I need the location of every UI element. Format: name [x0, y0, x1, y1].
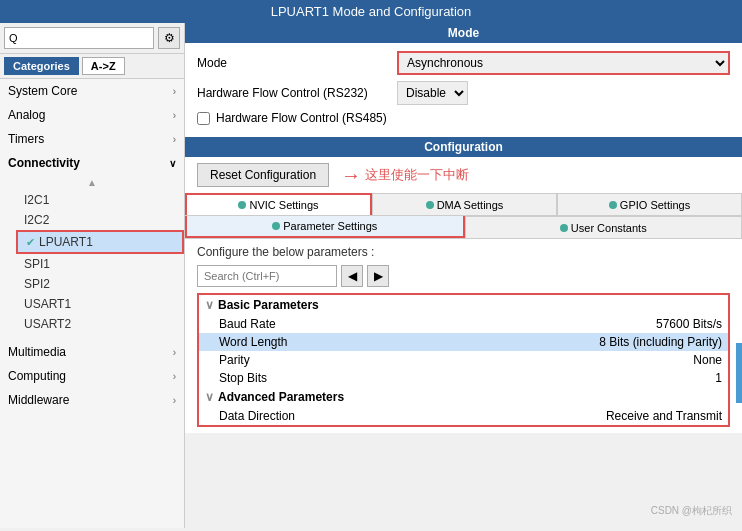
- hw-flow-rs485-checkbox[interactable]: [197, 112, 210, 125]
- dot-icon: [426, 201, 434, 209]
- usart2-label: USART2: [24, 317, 71, 331]
- tab-parameter-settings[interactable]: Parameter Settings: [185, 216, 465, 238]
- advanced-params-group-header: ∨Advanced Parameters: [198, 387, 729, 407]
- sidebar-item-middleware[interactable]: Middleware ›: [0, 388, 184, 412]
- tab-categories[interactable]: Categories: [4, 57, 79, 75]
- param-name-data-direction: Data Direction: [198, 407, 414, 426]
- sidebar-item-usart2[interactable]: USART2: [16, 314, 184, 334]
- basic-params-label: ∨Basic Parameters: [198, 294, 729, 315]
- tab-nvic-settings[interactable]: NVIC Settings: [185, 193, 372, 215]
- sidebar-item-lpuart1[interactable]: ✔ LPUART1: [16, 230, 184, 254]
- prev-param-button[interactable]: ◀: [341, 265, 363, 287]
- basic-params-group-header: ∨Basic Parameters: [198, 294, 729, 315]
- chevron-right-icon: ›: [173, 110, 176, 121]
- sidebar-item-computing[interactable]: Computing ›: [0, 364, 184, 388]
- sidebar-item-connectivity-label: Connectivity: [8, 156, 80, 170]
- search-bar: ⚙: [0, 23, 184, 54]
- tab-gpio-settings[interactable]: GPIO Settings: [557, 193, 742, 215]
- main-content: Mode Mode Asynchronous Hardware Flow Con…: [185, 23, 742, 433]
- sidebar-item-timers[interactable]: Timers ›: [0, 127, 184, 151]
- table-row: Word Length 8 Bits (including Parity): [198, 333, 729, 351]
- sidebar-item-analog[interactable]: Analog ›: [0, 103, 184, 127]
- reset-row: Reset Configuration → 这里使能一下中断: [185, 157, 742, 193]
- sidebar: ⚙ Categories A->Z System Core › Analog ›…: [0, 23, 185, 528]
- mode-select[interactable]: Asynchronous: [397, 51, 730, 75]
- sidebar-item-connectivity[interactable]: Connectivity ∨: [0, 151, 184, 175]
- annotation-arrow-icon: →: [341, 164, 361, 187]
- params-header-text: Configure the below parameters :: [197, 245, 730, 259]
- sidebar-item-timers-label: Timers: [8, 132, 44, 146]
- sidebar-item-multimedia-label: Multimedia: [8, 345, 66, 359]
- check-icon: ✔: [26, 236, 35, 249]
- i2c1-label: I2C1: [24, 193, 49, 207]
- tab-nvic-label: NVIC Settings: [249, 199, 318, 211]
- scroll-indicator: ▲: [0, 175, 184, 190]
- tab-user-constants[interactable]: User Constants: [465, 216, 743, 238]
- gear-button[interactable]: ⚙: [158, 27, 180, 49]
- i2c2-label: I2C2: [24, 213, 49, 227]
- annotation: → 这里使能一下中断: [341, 164, 469, 187]
- chevron-right-icon: ›: [173, 371, 176, 382]
- search-input[interactable]: [4, 27, 154, 49]
- hw-flow-rs232-select[interactable]: Disable: [397, 81, 468, 105]
- param-value-stop-bits: 1: [414, 369, 729, 387]
- spi2-label: SPI2: [24, 277, 50, 291]
- config-section-header: Configuration: [185, 137, 742, 157]
- params-search-input[interactable]: [197, 265, 337, 287]
- tab-dma-settings[interactable]: DMA Settings: [372, 193, 557, 215]
- table-row: Data Direction Receive and Transmit: [198, 407, 729, 426]
- chevron-right-icon: ›: [173, 134, 176, 145]
- mode-select-wrapper: Asynchronous: [397, 51, 730, 75]
- tab-atoz[interactable]: A->Z: [82, 57, 125, 75]
- table-row: Parity None: [198, 351, 729, 369]
- dot-icon: [560, 224, 568, 232]
- sidebar-content: System Core › Analog › Timers › Connecti…: [0, 79, 184, 528]
- config-section-title: Configuration: [424, 140, 503, 154]
- connectivity-submenu: I2C1 I2C2 ✔ LPUART1 SPI1 SPI2 USART1: [0, 190, 184, 334]
- mode-section-title: Mode: [448, 26, 479, 40]
- sidebar-item-middleware-label: Middleware: [8, 393, 69, 407]
- sidebar-item-i2c1[interactable]: I2C1: [16, 190, 184, 210]
- config-tabs-row1: NVIC Settings DMA Settings GPIO Settings: [185, 193, 742, 216]
- mode-section: Mode Asynchronous Hardware Flow Control …: [185, 43, 742, 133]
- param-name-stop-bits: Stop Bits: [198, 369, 414, 387]
- hw-flow-rs485-label: Hardware Flow Control (RS485): [216, 111, 387, 125]
- table-row: Baud Rate 57600 Bits/s: [198, 315, 729, 333]
- chevron-down-icon: ∨: [169, 158, 176, 169]
- sidebar-item-multimedia[interactable]: Multimedia ›: [0, 340, 184, 364]
- advanced-params-label: ∨Advanced Parameters: [198, 387, 729, 407]
- chevron-right-icon: ›: [173, 86, 176, 97]
- tab-gpio-label: GPIO Settings: [620, 199, 690, 211]
- hw-flow-rs485-row: Hardware Flow Control (RS485): [197, 111, 730, 125]
- annotation-text: 这里使能一下中断: [365, 166, 469, 184]
- chevron-right-icon: ›: [173, 347, 176, 358]
- watermark: CSDN @枸杞所织: [651, 504, 732, 518]
- hw-flow-rs232-select-wrapper: Disable: [397, 81, 468, 105]
- spi1-label: SPI1: [24, 257, 50, 271]
- param-value-word-length: 8 Bits (including Parity): [414, 333, 729, 351]
- param-value-baud-rate: 57600 Bits/s: [414, 315, 729, 333]
- sidebar-item-usart1[interactable]: USART1: [16, 294, 184, 314]
- sidebar-item-i2c2[interactable]: I2C2: [16, 210, 184, 230]
- table-row: Stop Bits 1: [198, 369, 729, 387]
- sidebar-item-spi2[interactable]: SPI2: [16, 274, 184, 294]
- scrollbar[interactable]: [736, 343, 742, 403]
- dot-icon: [238, 201, 246, 209]
- param-name-baud-rate: Baud Rate: [198, 315, 414, 333]
- usart1-label: USART1: [24, 297, 71, 311]
- next-param-button[interactable]: ▶: [367, 265, 389, 287]
- top-bar: LPUART1 Mode and Configuration: [0, 0, 742, 23]
- tab-dma-label: DMA Settings: [437, 199, 504, 211]
- sidebar-item-system-core[interactable]: System Core ›: [0, 79, 184, 103]
- reset-config-button[interactable]: Reset Configuration: [197, 163, 329, 187]
- sidebar-item-system-core-label: System Core: [8, 84, 77, 98]
- hw-flow-rs232-row: Hardware Flow Control (RS232) Disable: [197, 81, 730, 105]
- hw-flow-rs232-label: Hardware Flow Control (RS232): [197, 86, 397, 100]
- search-params-row: ◀ ▶: [197, 265, 730, 287]
- dot-icon: [272, 222, 280, 230]
- param-name-parity: Parity: [198, 351, 414, 369]
- config-tabs-row2: Parameter Settings User Constants: [185, 216, 742, 239]
- lpuart1-label: LPUART1: [39, 235, 93, 249]
- dot-icon: [609, 201, 617, 209]
- sidebar-item-spi1[interactable]: SPI1: [16, 254, 184, 274]
